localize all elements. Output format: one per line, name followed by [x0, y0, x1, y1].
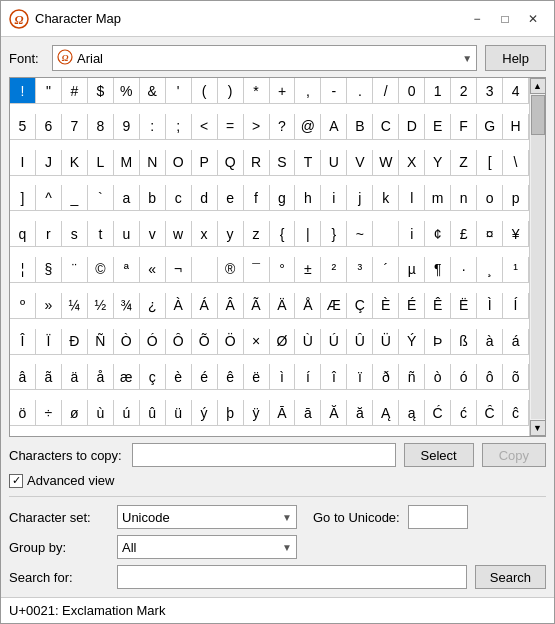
- char-cell[interactable]: õ: [503, 364, 529, 390]
- char-cell[interactable]: ö: [10, 400, 36, 426]
- char-cell[interactable]: e: [218, 185, 244, 211]
- char-cell[interactable]: F: [451, 114, 477, 140]
- char-cell[interactable]: ó: [451, 364, 477, 390]
- char-cell[interactable]: D: [399, 114, 425, 140]
- char-cell[interactable]: £: [451, 221, 477, 247]
- char-cell[interactable]: ±: [295, 257, 321, 283]
- scroll-down-button[interactable]: ▼: [530, 420, 546, 436]
- char-cell[interactable]: j: [347, 185, 373, 211]
- char-cell[interactable]: N: [140, 150, 166, 176]
- char-cell[interactable]: 0: [399, 78, 425, 104]
- char-cell[interactable]: m: [425, 185, 451, 211]
- char-cell[interactable]: x: [192, 221, 218, 247]
- char-cell[interactable]: p: [503, 185, 529, 211]
- char-cell[interactable]: ð: [373, 364, 399, 390]
- search-button[interactable]: Search: [475, 565, 546, 589]
- char-cell[interactable]: l: [399, 185, 425, 211]
- char-cell[interactable]: ë: [244, 364, 270, 390]
- char-cell[interactable]: Ó: [140, 329, 166, 355]
- char-cell[interactable]: H: [503, 114, 529, 140]
- char-cell[interactable]: J: [36, 150, 62, 176]
- char-cell[interactable]: Õ: [192, 329, 218, 355]
- char-cell[interactable]: X: [399, 150, 425, 176]
- font-dropdown[interactable]: Ω Arial ▼: [52, 45, 477, 71]
- char-cell[interactable]: :: [140, 114, 166, 140]
- char-cell[interactable]: E: [425, 114, 451, 140]
- char-cell[interactable]: ò: [425, 364, 451, 390]
- char-cell[interactable]: ù: [88, 400, 114, 426]
- char-cell[interactable]: u: [114, 221, 140, 247]
- char-cell[interactable]: Ă: [321, 400, 347, 426]
- char-cell[interactable]: ª: [114, 257, 140, 283]
- char-cell[interactable]: ¶: [425, 257, 451, 283]
- char-cell[interactable]: 5: [10, 114, 36, 140]
- char-cell[interactable]: «: [140, 257, 166, 283]
- char-cell[interactable]: á: [503, 329, 529, 355]
- char-cell[interactable]: ¹: [503, 257, 529, 283]
- char-cell[interactable]: Ñ: [88, 329, 114, 355]
- char-cell[interactable]: ß: [451, 329, 477, 355]
- char-cell[interactable]: ²: [321, 257, 347, 283]
- char-cell[interactable]: ´: [373, 257, 399, 283]
- char-cell[interactable]: ¼: [62, 293, 88, 319]
- char-cell[interactable]: Í: [503, 293, 529, 319]
- char-cell[interactable]: I: [10, 150, 36, 176]
- char-cell[interactable]: ]: [10, 185, 36, 211]
- char-cell[interactable]: ;: [166, 114, 192, 140]
- char-cell[interactable]: c: [166, 185, 192, 211]
- char-cell[interactable]: §: [36, 257, 62, 283]
- char-cell[interactable]: 2: [451, 78, 477, 104]
- char-cell[interactable]: °: [270, 257, 296, 283]
- char-cell[interactable]: 7: [62, 114, 88, 140]
- scroll-thumb[interactable]: [531, 95, 545, 135]
- char-cell[interactable]: ': [166, 78, 192, 104]
- char-cell[interactable]: Æ: [321, 293, 347, 319]
- char-cell[interactable]: 4: [503, 78, 529, 104]
- char-cell[interactable]: Ą: [373, 400, 399, 426]
- char-cell[interactable]: Á: [192, 293, 218, 319]
- char-cell[interactable]: T: [295, 150, 321, 176]
- char-cell[interactable]: Ù: [295, 329, 321, 355]
- char-cell[interactable]: {: [270, 221, 296, 247]
- char-cell[interactable]: Ã: [244, 293, 270, 319]
- char-cell[interactable]: \: [503, 150, 529, 176]
- char-cell[interactable]: Ć: [425, 400, 451, 426]
- char-cell[interactable]: B: [347, 114, 373, 140]
- char-cell[interactable]: ā: [295, 400, 321, 426]
- char-cell[interactable]: Z: [451, 150, 477, 176]
- char-cell[interactable]: ä: [62, 364, 88, 390]
- char-cell[interactable]: Ä: [270, 293, 296, 319]
- char-cell[interactable]: ): [218, 78, 244, 104]
- maximize-button[interactable]: □: [492, 8, 518, 30]
- char-cell[interactable]: Ô: [166, 329, 192, 355]
- char-cell[interactable]: ê: [218, 364, 244, 390]
- char-cell[interactable]: y: [218, 221, 244, 247]
- char-cell[interactable]: »: [36, 293, 62, 319]
- char-cell[interactable]: ú: [114, 400, 140, 426]
- char-cell[interactable]: b: [140, 185, 166, 211]
- char-cell[interactable]: i: [399, 221, 425, 247]
- character-set-dropdown[interactable]: Unicode ▼: [117, 505, 297, 529]
- char-cell[interactable]: 3: [477, 78, 503, 104]
- char-cell[interactable]: Ê: [425, 293, 451, 319]
- char-cell[interactable]: Ç: [347, 293, 373, 319]
- char-cell[interactable]: þ: [218, 400, 244, 426]
- char-cell[interactable]: !: [10, 78, 36, 104]
- char-cell[interactable]: ą: [399, 400, 425, 426]
- char-cell[interactable]: @: [295, 114, 321, 140]
- char-cell[interactable]: ": [36, 78, 62, 104]
- char-cell[interactable]: ñ: [399, 364, 425, 390]
- char-cell[interactable]: ï: [347, 364, 373, 390]
- char-cell[interactable]: d: [192, 185, 218, 211]
- char-cell[interactable]: ¤: [477, 221, 503, 247]
- char-cell[interactable]: µ: [399, 257, 425, 283]
- char-cell[interactable]: ~: [347, 221, 373, 247]
- char-cell[interactable]: ý: [192, 400, 218, 426]
- char-cell[interactable]: 9: [114, 114, 140, 140]
- char-cell[interactable]: $: [88, 78, 114, 104]
- char-cell[interactable]: v: [140, 221, 166, 247]
- char-cell[interactable]: Ø: [270, 329, 296, 355]
- char-cell[interactable]: Ë: [451, 293, 477, 319]
- char-cell[interactable]: a: [114, 185, 140, 211]
- char-cell[interactable]: (: [192, 78, 218, 104]
